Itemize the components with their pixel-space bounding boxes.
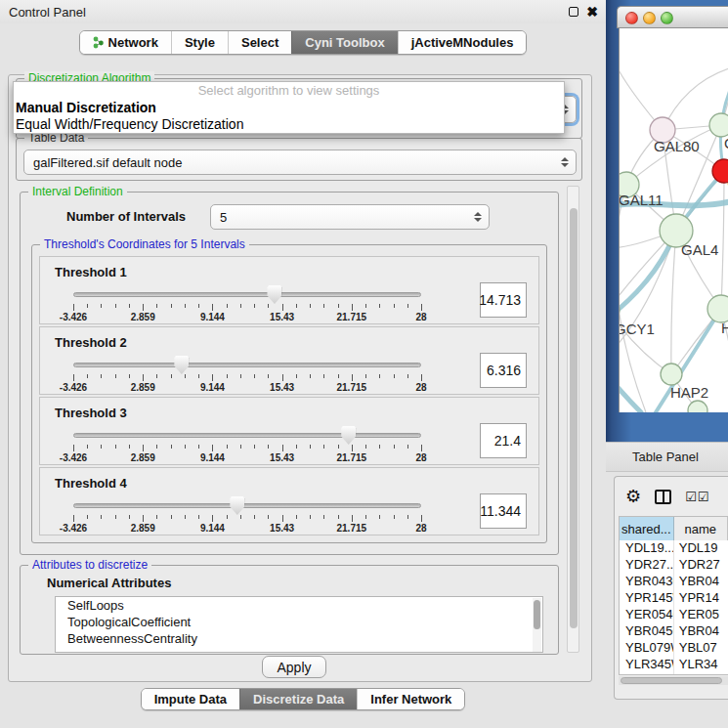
slider-ticks <box>73 372 421 381</box>
threshold-slider-3[interactable]: -3.4262.8599.14415.4321.71528 <box>73 431 421 460</box>
table-row[interactable]: YBR043CYBR04 <box>620 574 728 590</box>
node-label-gal80: GAL80 <box>654 138 700 154</box>
threshold-value-field-1[interactable]: 14.713 <box>480 282 527 318</box>
threshold-label: Threshold 4 <box>55 476 127 491</box>
interval-definition-title: Interval Definition <box>28 185 127 198</box>
threshold-value-field-4[interactable]: 11.344 <box>480 493 527 529</box>
node-table[interactable]: shared...name YDL19...YDL19YDR27...YDR27… <box>619 516 728 675</box>
threshold-slider-1[interactable]: -3.4262.8599.14415.4321.71528 <box>73 290 421 320</box>
algorithm-option-manual-discretization[interactable]: Manual Discretization <box>14 100 564 116</box>
tab-label: Cyni Toolbox <box>305 35 384 50</box>
slider-ticks <box>73 443 421 451</box>
tab-label: Discretize Data <box>253 692 344 707</box>
tab-label: Select <box>241 35 278 50</box>
attributes-group-title: Attributes to discretize <box>28 558 151 572</box>
node-label-gal11: GAL11 <box>620 192 664 208</box>
table-cell: YBL07 <box>674 640 728 657</box>
node-label-hap2: HAP2 <box>670 384 708 401</box>
tab-label: Style <box>185 35 215 50</box>
columns-icon[interactable] <box>655 490 671 504</box>
checkbox-icons[interactable]: ☑☑ <box>685 490 709 504</box>
table-row[interactable]: YBR045CYBR04 <box>620 623 728 640</box>
network-window-titlebar[interactable] <box>617 6 728 28</box>
tab-infer-network[interactable]: Infer Network <box>357 689 464 709</box>
highlighted-edge[interactable] <box>620 378 641 412</box>
table-cell: YDR27... <box>620 557 674 574</box>
network-node-g[interactable] <box>709 113 728 137</box>
tab-style[interactable]: Style <box>171 31 228 54</box>
tab-cyni-toolbox[interactable]: Cyni Toolbox <box>291 31 397 54</box>
tab-discretize-data[interactable]: Discretize Data <box>239 689 357 709</box>
table-panel-titlebar: Table Panel <box>606 442 728 472</box>
panel-title: Control Panel <box>0 5 86 20</box>
combo-stepper-icon <box>561 157 569 167</box>
gear-icon[interactable]: ⚙ <box>625 488 641 505</box>
window-close-icon[interactable] <box>625 12 638 24</box>
table-horizontal-scrollbar[interactable] <box>619 676 728 685</box>
number-of-intervals-combobox[interactable]: 5 <box>210 204 490 230</box>
threshold-label: Threshold 1 <box>55 265 127 279</box>
table-cell: YDL19... <box>620 540 674 557</box>
table-row[interactable]: YBL079WYBL07 <box>620 640 728 657</box>
close-icon[interactable]: ✖ <box>586 5 598 19</box>
table-row[interactable]: YIL052CYIL05 <box>620 673 728 675</box>
number-of-intervals-label: Number of Intervals <box>66 209 186 224</box>
table-cell: YBR043C <box>620 574 674 590</box>
network-view-canvas[interactable]: GAL80GCGAL11GAL4GCY1HHAP2 <box>619 28 728 412</box>
threshold-panel-2: Threshold 2-3.4262.8599.14415.4321.71528… <box>39 326 539 395</box>
table-row[interactable]: YER054CYER05 <box>620 607 728 623</box>
slider-ticks <box>73 513 421 522</box>
tab-select[interactable]: Select <box>228 31 291 54</box>
network-node-hap2[interactable] <box>661 364 682 385</box>
column-header-shared[interactable]: shared... <box>620 517 674 540</box>
numerical-attributes-list[interactable]: SelfLoopsTopologicalCoefficientBetweenne… <box>55 596 543 653</box>
table-row[interactable]: YDL19...YDL19 <box>620 540 728 557</box>
control-panel-titlebar: Control Panel ✖ <box>0 0 606 23</box>
table-row[interactable]: YLR345WYLR34 <box>620 657 728 673</box>
threshold-label: Threshold 2 <box>55 335 127 350</box>
network-graph: GAL80GCGAL11GAL4GCY1HHAP2 <box>620 28 728 412</box>
node-label-gal4: GAL4 <box>681 241 718 258</box>
table-cell: YBL079W <box>620 640 674 657</box>
table-row[interactable]: YDR27...YDR27 <box>620 557 728 574</box>
attributes-scrollbar[interactable] <box>533 598 541 653</box>
table-cell: YDR27 <box>674 557 728 574</box>
node-label-h: H <box>721 320 728 336</box>
settings-vertical-scrollbar[interactable] <box>567 186 579 653</box>
table-cell: YPR14 <box>674 590 728 607</box>
tab-impute-data[interactable]: Impute Data <box>142 689 239 709</box>
table-panel-toolbar: ⚙ ☑☑ <box>625 484 728 509</box>
attribute-item-selfloops[interactable]: SelfLoops <box>56 597 542 614</box>
window-zoom-icon[interactable] <box>661 12 673 24</box>
tab-label: Network <box>108 35 158 50</box>
table-cell: YLR34 <box>674 657 728 673</box>
network-icon <box>93 36 104 49</box>
slider-tick-labels: -3.4262.8599.14415.4321.71528 <box>73 452 421 464</box>
table-data-combobox[interactable]: galFiltered.sif default node <box>23 150 577 175</box>
algorithm-option-equal-width-frequency-discretization[interactable]: Equal Width/Frequency Discretization <box>14 116 564 133</box>
threshold-slider-2[interactable]: -3.4262.8599.14415.4321.71528 <box>73 361 421 390</box>
window-minimize-icon[interactable] <box>643 12 656 24</box>
float-window-icon[interactable] <box>569 7 578 17</box>
tab-label: jActiveMNodules <box>411 35 514 50</box>
threshold-value-field-2[interactable]: 6.316 <box>480 353 527 388</box>
attribute-item-betweennesscentrality[interactable]: BetweennessCentrality <box>56 630 542 647</box>
node-label-g: G <box>724 135 728 151</box>
attribute-item-topologicalcoefficient[interactable]: TopologicalCoefficient <box>56 614 542 630</box>
table-cell: YIL052C <box>620 673 674 675</box>
table-cell: YBR045C <box>620 623 674 640</box>
column-header-name[interactable]: name <box>674 517 728 540</box>
tab-jactivemnodules[interactable]: jActiveMNodules <box>398 31 527 54</box>
table-cell: YDL19 <box>674 540 728 557</box>
numerical-attributes-label: Numerical Attributes <box>47 576 171 590</box>
network-node-h[interactable] <box>707 295 728 322</box>
table-row[interactable]: YPR145WYPR14 <box>620 590 728 607</box>
table-cell: YBR04 <box>674 574 728 590</box>
threshold-panel-1: Threshold 1-3.4262.8599.14415.4321.71528… <box>39 256 539 324</box>
apply-button[interactable]: Apply <box>262 656 326 678</box>
slider-tick-labels: -3.4262.8599.14415.4321.71528 <box>73 523 421 535</box>
tab-network[interactable]: Network <box>80 31 171 54</box>
threshold-slider-4[interactable]: -3.4262.8599.14415.4321.71528 <box>73 501 421 531</box>
threshold-value-field-3[interactable]: 21.4 <box>480 423 527 458</box>
tab-label: Impute Data <box>154 692 227 707</box>
